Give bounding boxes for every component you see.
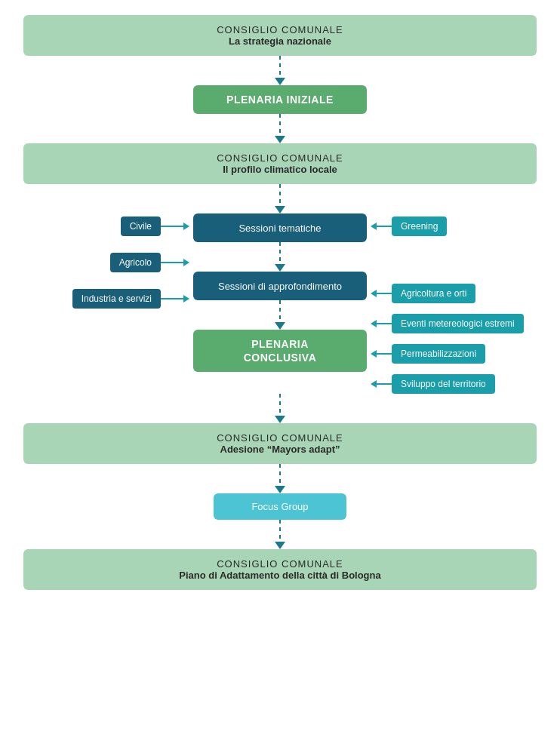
sessioni-tematiche-label: Sessioni tematiche	[238, 223, 321, 234]
cc4-title: CONSIGLIO COMUNALE	[38, 558, 522, 570]
sessioni-approfondimento-label: Sessioni di approfondimento	[218, 281, 342, 292]
plenaria-iniziale-label: PLENARIA INIZIALE	[226, 94, 334, 106]
arrow-6	[275, 416, 285, 423]
left-branches: Civile Agricolo Industria e servizi	[23, 213, 189, 309]
arrow-3	[275, 206, 285, 213]
cc4-box: CONSIGLIO COMUNALE Piano di Adattamento …	[23, 549, 537, 590]
right-branch-greening: Greening	[371, 217, 447, 236]
v-line-3	[279, 184, 281, 207]
connector-7	[275, 464, 285, 493]
connector-3	[275, 184, 285, 213]
left-branch-industria: Industria e servizi	[72, 289, 189, 309]
right-branch-sviluppo: Sviluppo del territorio	[371, 374, 495, 394]
h-line-perm	[377, 353, 392, 355]
h-line-agricoltura	[377, 293, 392, 294]
h-line-agricolo	[161, 262, 183, 263]
h-line-greening	[377, 226, 392, 227]
connector-2	[275, 114, 285, 143]
cc1-box: CONSIGLIO COMUNALE La strategia nazional…	[23, 15, 537, 56]
plenaria-iniziale-box: PLENARIA INIZIALE	[193, 85, 367, 114]
h-line-industria	[161, 298, 183, 299]
right-branches: Greening Agricoltura e orti Eventi meter…	[371, 213, 537, 394]
right-branch-eventi: Eventi metereologici estremi	[371, 314, 524, 333]
arrow-4	[275, 264, 285, 272]
arrow-2	[275, 136, 285, 143]
arrow-sviluppo-left	[371, 380, 377, 388]
civile-box: Civile	[121, 217, 161, 236]
arrow-greening-left	[371, 223, 377, 230]
arrow-agricoltura-left	[371, 290, 377, 297]
connector-1	[275, 56, 285, 85]
arrow-7	[275, 486, 285, 493]
sessioni-approfondimento-box: Sessioni di approfondimento	[193, 272, 367, 300]
cc2-title: CONSIGLIO COMUNALE	[38, 152, 522, 164]
cc3-subtitle: Adesione “Mayors adapt”	[38, 444, 522, 455]
h-line-eventi	[377, 323, 392, 324]
connector-8	[275, 520, 285, 549]
cc1-title: CONSIGLIO COMUNALE	[38, 24, 522, 35]
arrow-eventi-left	[371, 320, 377, 327]
focus-group-label: Focus Group	[251, 501, 308, 512]
eventi-box: Eventi metereologici estremi	[392, 314, 524, 333]
v-line-8	[279, 520, 281, 542]
agricolo-box: Agricolo	[110, 253, 161, 272]
arrow-agricolo	[183, 259, 189, 266]
cc2-box: CONSIGLIO COMUNALE Il profilo climatico …	[23, 143, 537, 184]
diagram: CONSIGLIO COMUNALE La strategia nazional…	[23, 15, 537, 590]
arrow-8	[275, 542, 285, 549]
right-branch-permeabilizzazioni: Permeabilizzazioni	[371, 344, 485, 364]
center-col: Sessioni tematiche Sessioni di approfond…	[189, 213, 371, 372]
connector-4	[275, 242, 285, 272]
right-branch-agricoltura: Agricoltura e orti	[371, 284, 475, 303]
v-line-2	[279, 114, 281, 137]
arrow-civile	[183, 223, 189, 230]
v-line-4	[279, 242, 281, 265]
connector-5	[275, 300, 285, 330]
connector-6	[275, 394, 285, 423]
left-branch-agricolo: Agricolo	[110, 253, 189, 272]
h-line-sviluppo	[377, 383, 392, 385]
left-branch-civile: Civile	[121, 217, 189, 236]
v-line-7	[279, 464, 281, 487]
arrow-industria	[183, 295, 189, 303]
arrow-perm-left	[371, 350, 377, 358]
focus-group-box: Focus Group	[214, 493, 346, 520]
h-line-civile	[161, 226, 183, 227]
permeabilizzazioni-box: Permeabilizzazioni	[392, 344, 485, 364]
cc2-subtitle: Il profilo climatico locale	[38, 164, 522, 175]
industria-box: Industria e servizi	[72, 289, 161, 309]
agricoltura-box: Agricoltura e orti	[392, 284, 475, 303]
v-line-1	[279, 56, 281, 78]
sviluppo-box: Sviluppo del territorio	[392, 374, 495, 394]
plenaria-conclusiva-box: PLENARIA CONCLUSIVA	[193, 330, 367, 372]
cc3-title: CONSIGLIO COMUNALE	[38, 432, 522, 444]
arrow-5	[275, 322, 285, 330]
cc1-subtitle: La strategia nazionale	[38, 35, 522, 47]
plenaria-conclusiva-label: PLENARIA CONCLUSIVA	[244, 338, 317, 364]
middle-section: Civile Agricolo Industria e servizi	[23, 213, 537, 394]
cc3-box: CONSIGLIO COMUNALE Adesione “Mayors adap…	[23, 423, 537, 464]
sessioni-tematiche-box: Sessioni tematiche	[193, 213, 367, 242]
greening-box: Greening	[392, 217, 447, 236]
arrow-1	[275, 78, 285, 85]
v-line-5	[279, 300, 281, 323]
cc4-subtitle: Piano di Adattamento della città di Bolo…	[38, 570, 522, 581]
v-line-6	[279, 394, 281, 416]
